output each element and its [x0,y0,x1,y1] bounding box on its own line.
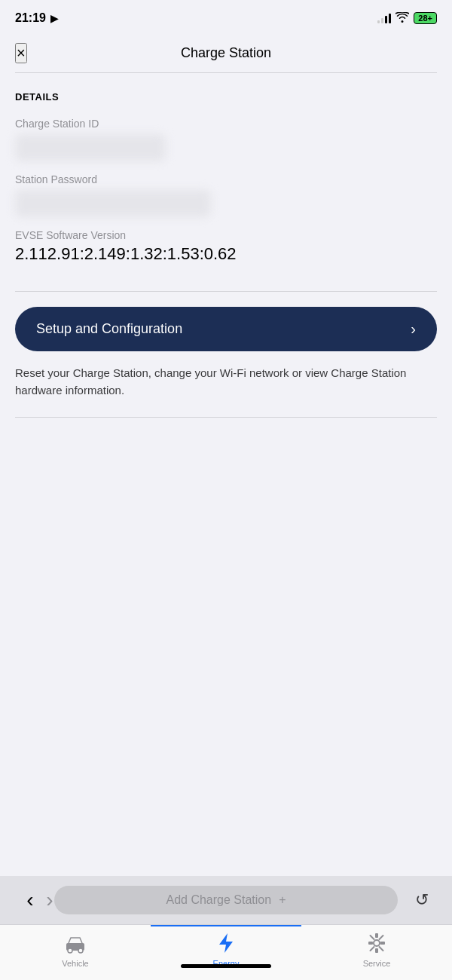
software-version-label: EVSE Software Version [15,229,437,241]
page-title: Charge Station [181,45,271,61]
svg-line-9 [380,947,383,951]
charge-station-id-value [15,134,166,161]
bottom-divider [15,417,437,418]
main-content: DETAILS Charge Station ID Station Passwo… [0,73,452,418]
svg-line-11 [371,947,374,951]
status-time: 21:19 [15,11,46,25]
setup-button-label: Setup and Configuration [36,321,182,337]
charge-station-id-field: Charge Station ID [15,118,437,161]
home-indicator [181,964,271,968]
svg-rect-5 [368,942,373,945]
status-indicators: 28+ [377,12,437,25]
setup-section: Setup and Configuration › Reset your Cha… [15,307,437,399]
refresh-button[interactable]: ↺ [407,890,437,910]
svg-line-10 [380,936,383,939]
nav-bar: × Charge Station [0,33,452,72]
location-icon: ▶ [50,13,58,24]
bolt-icon [218,933,234,957]
signal-icon [377,13,391,23]
close-button[interactable]: × [15,43,27,63]
tab-vehicle-label: Vehicle [62,959,88,968]
status-bar: 21:19 ▶ 28+ [0,0,452,33]
tab-bar: Vehicle Energy [0,924,452,980]
service-icon [368,933,386,957]
tab-service[interactable]: Service [301,925,452,972]
software-version-value: 2.112.91:2.149:1.32:1.53:0.62 [15,244,437,264]
software-version-field: EVSE Software Version 2.112.91:2.149:1.3… [15,229,437,264]
battery-indicator: 28+ [414,12,437,24]
tab-bar-inner: Vehicle Energy [0,925,452,972]
tab-vehicle[interactable]: Vehicle [0,925,151,972]
toolbar: ‹ › Add Charge Station + ↺ [0,876,452,924]
svg-rect-3 [375,933,378,938]
setup-description: Reset your Charge Station, change your W… [15,365,437,399]
add-icon: + [279,893,286,907]
station-password-label: Station Password [15,173,437,185]
vehicle-icon [65,937,86,957]
svg-point-1 [68,948,72,953]
mid-divider [15,291,437,292]
status-time-area: 21:19 ▶ [15,11,58,25]
station-password-field: Station Password [15,173,437,217]
forward-button[interactable]: › [35,888,65,912]
tab-service-label: Service [363,959,391,968]
details-title: DETAILS [15,91,437,103]
charge-station-id-label: Charge Station ID [15,118,437,130]
tab-active-indicator [151,925,301,926]
svg-point-2 [78,948,83,953]
setup-configuration-button[interactable]: Setup and Configuration › [15,307,437,351]
add-charge-station-button[interactable]: Add Charge Station + [54,886,398,914]
svg-line-8 [371,936,374,939]
svg-rect-6 [380,942,385,945]
wifi-icon [396,12,409,25]
setup-chevron-icon: › [411,320,416,338]
svg-point-7 [374,940,380,946]
details-section: DETAILS Charge Station ID Station Passwo… [15,73,437,283]
station-password-value [15,190,211,217]
add-charge-station-label: Add Charge Station [166,893,272,907]
svg-rect-4 [375,948,378,953]
